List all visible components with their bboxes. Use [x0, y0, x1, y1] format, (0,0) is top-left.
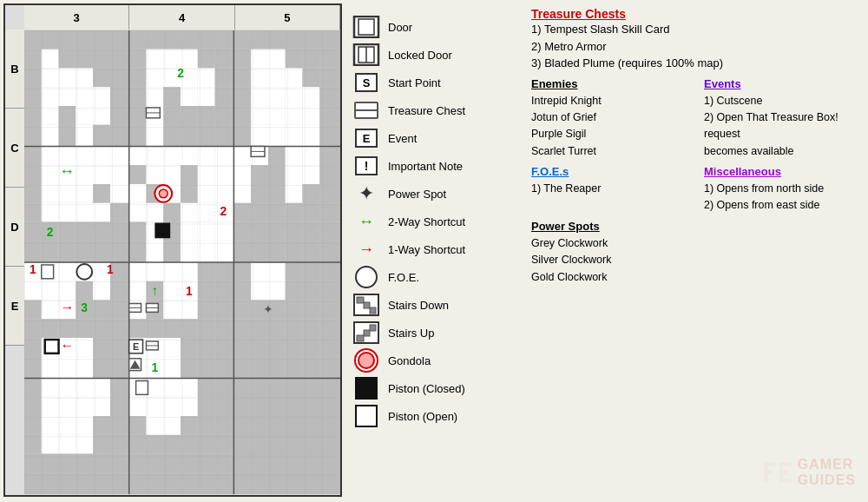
svg-rect-403 — [357, 297, 364, 303]
legend-item-gondola: Gondola — [352, 349, 521, 372]
power-3: Gold Clockwork — [531, 269, 859, 286]
grid-area: 2 ↔ 2 2 1 — [24, 30, 340, 495]
legend-item-locked-door: Locked Door — [352, 43, 521, 66]
misc-1: 1) Opens from north side — [704, 181, 859, 197]
svg-text:↑: ↑ — [151, 283, 158, 298]
col-label-3: 3 — [24, 5, 129, 30]
event-icon-box: E — [355, 129, 378, 148]
power-2: Silver Clockwork — [531, 252, 859, 268]
2way-arrow: ↔ — [358, 213, 374, 231]
legend-item-stairs-down: Stairs Down — [352, 294, 521, 316]
enemy-4: Scarlet Turret — [531, 143, 687, 160]
door-label: Door — [388, 21, 412, 34]
gondola-label: Gondola — [388, 354, 431, 367]
chest-label: Treasure Chest — [388, 104, 465, 117]
misc-title: Miscellaneous — [704, 165, 859, 178]
foe-1: 1) The Reaper — [531, 181, 687, 197]
treasure-item-2: 2) Metro Armor — [531, 38, 859, 56]
col-labels: 3 4 5 — [24, 5, 340, 30]
foes-title: F.O.E.s — [531, 165, 687, 178]
shortcut-2way-icon: ↔ — [352, 210, 381, 233]
piston-open-icon — [352, 405, 381, 427]
shortcut-1way-icon: → — [352, 238, 381, 261]
stairs-up-icon — [352, 321, 381, 344]
chest-icon-box — [354, 102, 378, 119]
event-2b: becomes available — [704, 143, 859, 160]
piston-closed-icon — [352, 377, 381, 400]
svg-rect-408 — [364, 330, 370, 336]
svg-rect-398 — [358, 19, 374, 35]
foes-col: F.O.E.s 1) The Reaper — [531, 165, 687, 215]
svg-text:→: → — [61, 300, 75, 314]
col-label-5: 5 — [235, 5, 340, 30]
treasure-chests-title: Treasure Chests — [531, 7, 859, 21]
enemies-events-row: Enemies Intrepid Knight Jotun of Grief P… — [531, 77, 859, 161]
locked-door-icon — [352, 43, 381, 66]
legend-item-piston-closed: Piston (Closed) — [352, 377, 521, 400]
legend-section: Door Locked Door S Start Point — [352, 3, 521, 499]
svg-rect-405 — [370, 307, 376, 314]
locked-door-label: Locked Door — [388, 49, 452, 62]
legend-item-power-spot: ✦ Power Spot — [352, 182, 521, 205]
svg-text:1: 1 — [107, 262, 114, 276]
piston-closed-box — [355, 377, 378, 400]
power-1: Grey Clockwork — [531, 235, 859, 252]
legend-item-1way: → 1-Way Shortcut — [352, 238, 521, 261]
row-label-d: D — [5, 188, 24, 267]
svg-rect-391 — [45, 340, 59, 353]
stairs-down-label: Stairs Down — [388, 299, 449, 312]
enemies-title: Enemies — [531, 77, 687, 90]
stairs-down-icon — [352, 294, 381, 316]
svg-rect-374 — [42, 265, 54, 279]
svg-rect-395 — [136, 381, 148, 395]
svg-rect-409 — [357, 335, 364, 341]
events-title: Events — [704, 77, 859, 90]
important-icon: ! — [352, 155, 381, 177]
1way-label: 1-Way Shortcut — [388, 243, 465, 256]
legend-item-chest: Treasure Chest — [352, 99, 521, 122]
event-2: 2) Open That Treasure Box! request — [704, 109, 859, 143]
events-list: 1) Cutscene 2) Open That Treasure Box! r… — [704, 93, 859, 161]
event-label: Event — [388, 132, 417, 145]
svg-rect-411 — [764, 462, 776, 466]
foe-circle — [355, 266, 378, 288]
row-labels: B C D E — [5, 30, 24, 495]
power-spots-title: Power Spots — [531, 220, 859, 233]
svg-rect-404 — [364, 302, 370, 308]
svg-text:2: 2 — [220, 204, 227, 218]
misc-list: 1) Opens from north side 2) Opens from e… — [704, 181, 859, 215]
event-1: 1) Cutscene — [704, 93, 859, 109]
svg-text:←: ← — [61, 338, 75, 353]
svg-rect-412 — [764, 471, 773, 475]
legend-item-piston-open: Piston (Open) — [352, 405, 521, 427]
svg-text:1: 1 — [186, 284, 193, 298]
stairs-up-label: Stairs Up — [388, 327, 434, 340]
power-spot-icon: ✦ — [352, 182, 381, 205]
gamer-guides-watermark: GAMERGUIDES — [760, 455, 856, 490]
svg-text:2: 2 — [177, 66, 184, 80]
treasure-chests-section: Treasure Chests 1) Tempest Slash Skill C… — [531, 7, 859, 72]
svg-text:1: 1 — [151, 360, 158, 374]
enemy-3: Purple Sigil — [531, 126, 687, 142]
piston-closed-label: Piston (Closed) — [388, 382, 465, 395]
col-label-4: 4 — [129, 5, 234, 30]
svg-text:1: 1 — [30, 262, 36, 276]
svg-point-370 — [159, 189, 168, 198]
enemies-col: Enemies Intrepid Knight Jotun of Grief P… — [531, 77, 687, 161]
svg-rect-407 — [370, 325, 376, 331]
event-icon: E — [352, 127, 381, 149]
events-col: Events 1) Cutscene 2) Open That Treasure… — [704, 77, 859, 161]
foes-misc-row: F.O.E.s 1) The Reaper Miscellaneous 1) O… — [531, 165, 859, 215]
svg-text:✦: ✦ — [263, 302, 273, 316]
enemy-2: Jotun of Grief — [531, 109, 687, 126]
map-section: 3 4 5 B C D E — [3, 3, 346, 499]
start-icon-box: S — [355, 73, 378, 92]
misc-col: Miscellaneous 1) Opens from north side 2… — [704, 165, 859, 215]
svg-point-375 — [76, 264, 92, 280]
gondola-circle — [354, 348, 378, 373]
legend-item-foe: F.O.E. — [352, 266, 521, 288]
svg-rect-415 — [779, 471, 787, 475]
important-label: Important Note — [388, 160, 463, 173]
piston-open-box — [355, 405, 378, 427]
important-icon-box: ! — [355, 156, 378, 175]
